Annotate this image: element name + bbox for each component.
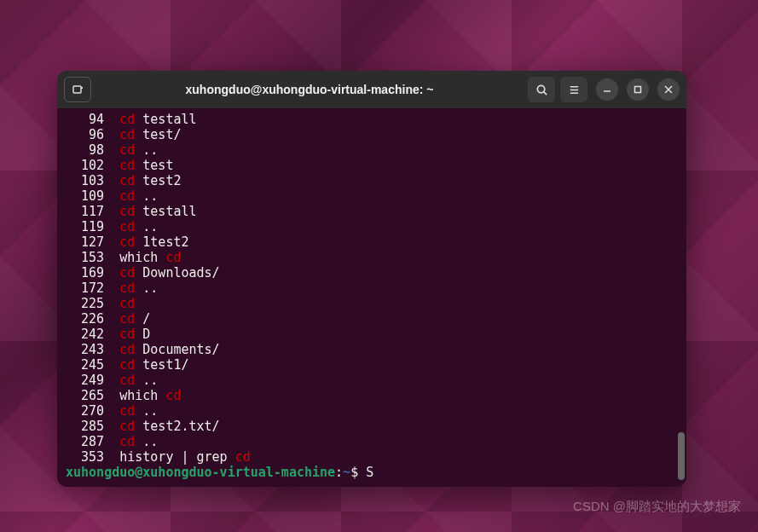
titlebar: xuhongduo@xuhongduo-virtual-machine: ~ <box>57 71 686 108</box>
history-line: 127 cd 1test2 <box>66 234 678 250</box>
close-icon <box>664 85 673 94</box>
history-line: 225 cd <box>66 296 678 311</box>
history-line: 270 cd .. <box>66 403 678 419</box>
history-line: 102 cd test <box>66 158 678 173</box>
history-line: 117 cd testall <box>66 204 678 219</box>
prompt-user: xuhongduo@xuhongduo-virtual-machine <box>66 465 335 480</box>
prompt-path: ~ <box>343 465 350 480</box>
window-title: xuhongduo@xuhongduo-virtual-machine: ~ <box>96 83 523 96</box>
search-icon <box>535 84 548 96</box>
history-line: 287 cd .. <box>66 434 678 449</box>
hamburger-icon <box>568 84 581 96</box>
history-line: 94 cd testall <box>66 112 678 127</box>
menu-button[interactable] <box>560 77 587 102</box>
terminal-window: xuhongduo@xuhongduo-virtual-machine: ~ <box>57 71 686 487</box>
close-button[interactable] <box>657 78 680 101</box>
watermark: CSDN @脚踏实地的大梦想家 <box>573 499 741 515</box>
history-line: 353 history | grep cd <box>66 449 678 465</box>
prompt-line[interactable]: xuhongduo@xuhongduo-virtual-machine:~$ S <box>66 465 678 480</box>
history-line: 249 cd .. <box>66 373 678 388</box>
search-button[interactable] <box>528 77 555 102</box>
history-line: 245 cd test1/ <box>66 357 678 373</box>
history-line: 109 cd .. <box>66 188 678 204</box>
scrollbar-thumb[interactable] <box>678 432 685 480</box>
prompt-input[interactable]: S <box>366 465 373 480</box>
history-line: 153 which cd <box>66 250 678 265</box>
history-line: 242 cd D <box>66 327 678 342</box>
history-line: 285 cd test2.txt/ <box>66 419 678 434</box>
svg-rect-2 <box>635 87 641 93</box>
minimize-icon <box>603 85 611 94</box>
svg-rect-0 <box>73 86 81 93</box>
history-line: 226 cd / <box>66 311 678 327</box>
history-line: 172 cd .. <box>66 280 678 296</box>
maximize-button[interactable] <box>627 78 649 101</box>
maximize-icon <box>634 85 642 94</box>
new-tab-button[interactable] <box>64 77 91 102</box>
history-line: 119 cd .. <box>66 219 678 234</box>
history-line: 103 cd test2 <box>66 173 678 188</box>
minimize-button[interactable] <box>596 78 618 101</box>
new-tab-icon <box>71 83 84 96</box>
history-line: 96 cd test/ <box>66 127 678 142</box>
history-line: 243 cd Documents/ <box>66 342 678 357</box>
history-line: 169 cd Downloads/ <box>66 265 678 280</box>
terminal-output[interactable]: 94 cd testall 96 cd test/ 98 cd .. 102 c… <box>57 108 686 487</box>
history-line: 265 which cd <box>66 388 678 403</box>
svg-point-1 <box>537 85 544 92</box>
history-line: 98 cd .. <box>66 142 678 158</box>
